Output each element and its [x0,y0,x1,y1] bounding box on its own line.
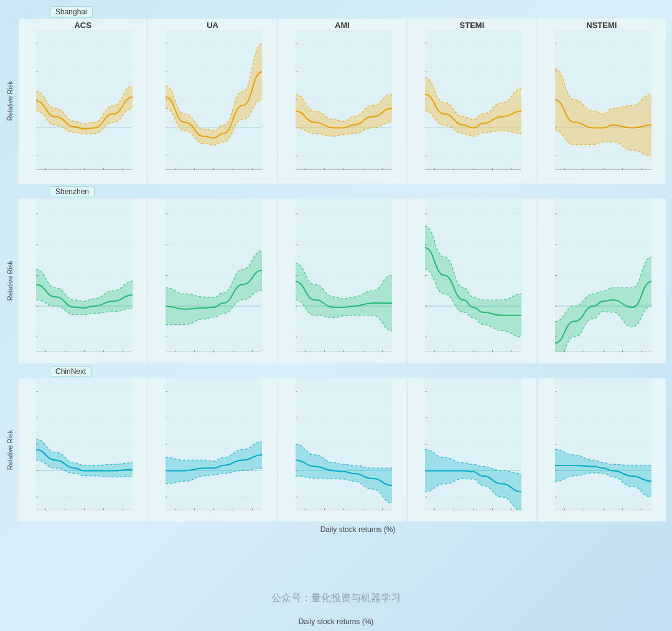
svg-container-shanghai-nstemi: -4-20241.151.101.051.000.95 [555,30,666,181]
chart-panel-chinext-acs: -4-20241.151.101.051.000.95 [19,378,147,521]
chart-panel-shanghai-nstemi: NSTEMI-4-20241.151.101.051.000.95 [538,19,666,184]
chart-title-ua: UA [148,19,276,30]
chart-panel-shanghai-acs: ACS-4-20241.151.101.051.000.95 [19,19,147,184]
y-axis-label-shanghai: Relative Risk [6,81,17,121]
svg-container-chinext-stemi: -4-20241.151.101.051.000.95 [425,378,536,521]
chart-title-acs: ACS [19,19,147,30]
svg-container-chinext-ua: -4-20241.151.101.051.000.95 [166,378,276,521]
row-shanghai: ShanghaiRelative RiskACS-4-20241.151.101… [6,6,666,184]
chart-panel-chinext-nstemi: -4-20241.151.101.051.000.95 [538,378,666,521]
svg-container-shenzhen-ami: -4-20241.151.101.051.000.95 [296,199,406,363]
chart-title-ami: AMI [278,19,406,30]
chart-panel-chinext-stemi: -4-20241.151.101.051.000.95 [408,378,536,521]
chart-panel-chinext-ua: -4-20241.151.101.051.000.95 [148,378,276,521]
chart-panel-chinext-ami: -4-20241.151.101.051.000.95 [278,378,406,521]
svg-container-chinext-ami: -4-20241.151.101.051.000.95 [296,378,406,521]
svg-container-chinext-nstemi: -4-20241.151.101.051.000.95 [555,378,666,521]
chart-panel-shenzhen-stemi: -4-20241.151.101.051.000.95 [408,199,536,363]
chart-panel-shanghai-ua: UA-4-20241.151.101.051.000.95 [148,19,276,184]
svg-container-shenzhen-acs: -4-20241.151.101.051.000.95 [36,199,147,363]
y-axis-label-chinext: Relative Risk [6,430,17,470]
row-shenzhen: ShenzhenRelative Risk-4-20241.151.101.05… [6,186,666,363]
y-axis-label-shenzhen: Relative Risk [6,261,17,301]
chart-panel-shenzhen-nstemi: -4-20241.151.101.051.000.95 [538,199,666,363]
charts-row-shenzhen: Relative Risk-4-20241.151.101.051.000.95… [6,199,666,363]
charts-row-chinext: Relative Risk-4-20241.151.101.051.000.95… [6,378,666,521]
chart-title-stemi: STEMI [408,19,536,30]
main-container: ShanghaiRelative RiskACS-4-20241.151.101… [0,0,672,631]
x-axis-label: Daily stock returns (%) [243,617,429,626]
chart-grid-shanghai: ACS-4-20241.151.101.051.000.95UA-4-20241… [19,19,666,184]
chart-panel-shanghai-stemi: STEMI-4-20241.151.101.051.000.95 [408,19,536,184]
chart-panel-shenzhen-ami: -4-20241.151.101.051.000.95 [278,199,406,363]
row-chinext: ChinNextRelative Risk-4-20241.151.101.05… [6,366,666,521]
x-axis-bottom-label: Daily stock returns (%) [50,525,666,534]
svg-container-shanghai-stemi: -4-20241.151.101.051.000.95 [425,30,536,181]
chart-panel-shenzhen-ua: -4-20241.151.101.051.000.95 [148,199,276,363]
chart-panel-shanghai-ami: AMI-4-20241.151.101.051.000.95 [278,19,406,184]
chart-panel-shenzhen-acs: -4-20241.151.101.051.000.95 [19,199,147,363]
svg-container-shenzhen-ua: -4-20241.151.101.051.000.95 [166,199,276,363]
chart-grid-chinext: -4-20241.151.101.051.000.95-4-20241.151.… [19,378,666,521]
row-label-chinext: ChinNext [50,366,91,377]
svg-container-chinext-acs: -4-20241.151.101.051.000.95 [36,378,147,521]
svg-container-shenzhen-stemi: -4-20241.151.101.051.000.95 [425,199,536,363]
row-label-shenzhen: Shenzhen [50,186,95,197]
chart-title-nstemi: NSTEMI [538,19,666,30]
svg-container-shanghai-ua: -4-20241.151.101.051.000.95 [166,30,276,181]
svg-container-shanghai-ami: -4-20241.151.101.051.000.95 [296,30,406,181]
charts-row-shanghai: Relative RiskACS-4-20241.151.101.051.000… [6,19,666,184]
svg-container-shanghai-acs: -4-20241.151.101.051.000.95 [36,30,147,181]
row-label-shanghai: Shanghai [50,6,93,17]
svg-container-shenzhen-nstemi: -4-20241.151.101.051.000.95 [555,199,666,363]
chart-grid-shenzhen: -4-20241.151.101.051.000.95-4-20241.151.… [19,199,666,363]
